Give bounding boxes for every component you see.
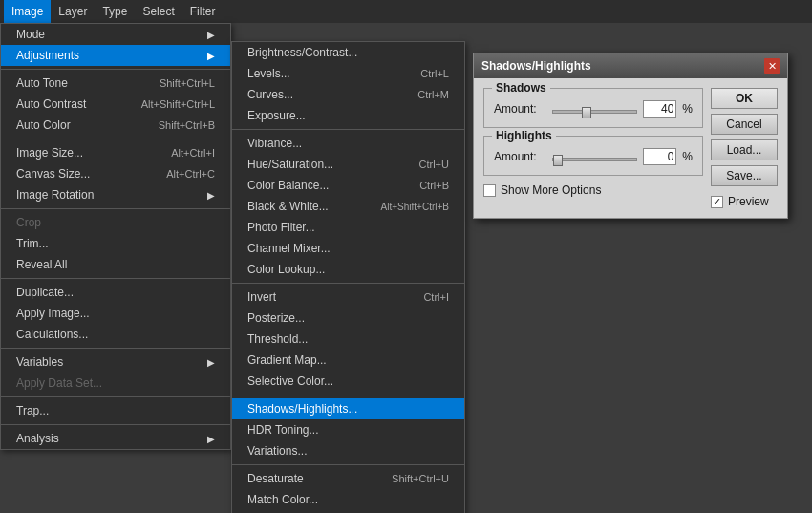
menu-item-apply-data-set: Apply Data Set... (1, 373, 230, 394)
show-more-row: Show More Options (483, 183, 703, 197)
shadows-unit: % (682, 102, 693, 116)
menu-layer[interactable]: Layer (51, 0, 95, 23)
adj-curves[interactable]: Curves... Ctrl+M (232, 84, 464, 105)
shadows-amount-row: Amount: % (494, 100, 693, 118)
shadows-slider-thumb[interactable] (582, 107, 591, 118)
ok-button[interactable]: OK (711, 88, 778, 109)
adj-vibrance[interactable]: Vibrance... (232, 133, 464, 154)
adj-brightness-contrast[interactable]: Brightness/Contrast... (232, 42, 464, 63)
dialog-close-button[interactable]: ✕ (764, 58, 780, 74)
adj-variations[interactable]: Variations... (232, 440, 464, 461)
load-button[interactable]: Load... (711, 139, 778, 160)
menu-select[interactable]: Select (135, 0, 182, 23)
menu-item-duplicate[interactable]: Duplicate... (1, 282, 230, 303)
menu-type[interactable]: Type (95, 0, 135, 23)
preview-row: ✓ Preview (711, 195, 778, 208)
highlights-label: Highlights (492, 129, 556, 142)
highlights-slider-track[interactable] (552, 158, 637, 161)
highlights-amount-row: Amount: % (494, 148, 693, 165)
highlights-slider-thumb[interactable] (553, 155, 563, 166)
dialog-title: Shadows/Highlights (481, 59, 591, 73)
menu-item-auto-tone[interactable]: Auto Tone Shift+Ctrl+L (1, 73, 230, 94)
shadows-amount-input[interactable] (643, 100, 676, 118)
adj-sep-2 (232, 283, 464, 284)
menu-item-trap[interactable]: Trap... (1, 400, 230, 421)
highlights-amount-label: Amount: (494, 150, 546, 163)
adj-posterize[interactable]: Posterize... (232, 308, 464, 329)
menu-item-canvas-size[interactable]: Canvas Size... Alt+Ctrl+C (1, 163, 230, 184)
preview-label: Preview (728, 195, 769, 208)
adj-exposure[interactable]: Exposure... (232, 105, 464, 126)
separator-1 (1, 69, 230, 70)
menubar: Image Layer Type Select Filter (0, 0, 812, 23)
submenu-arrow-rotation: ▶ (207, 190, 215, 201)
preview-checkbox[interactable]: ✓ (711, 196, 723, 208)
adj-sep-4 (232, 464, 464, 465)
show-more-checkbox[interactable] (483, 184, 496, 197)
menu-item-crop: Crop (1, 212, 230, 233)
save-button[interactable]: Save... (711, 165, 778, 186)
highlights-section: Highlights Amount: % (483, 136, 703, 176)
separator-6 (1, 396, 230, 397)
shadows-label: Shadows (492, 81, 550, 95)
adj-threshold[interactable]: Threshold... (232, 329, 464, 350)
adj-hue-saturation[interactable]: Hue/Saturation... Ctrl+U (232, 154, 464, 175)
menu-item-variables[interactable]: Variables ▶ (1, 352, 230, 373)
adj-channel-mixer[interactable]: Channel Mixer... (232, 238, 464, 259)
menu-item-auto-contrast[interactable]: Auto Contrast Alt+Shift+Ctrl+L (1, 94, 230, 115)
separator-7 (1, 424, 230, 425)
separator-3 (1, 208, 230, 209)
submenu-arrow-adjustments: ▶ (207, 51, 215, 61)
menu-filter[interactable]: Filter (182, 0, 224, 23)
shadows-section: Shadows Amount: % (483, 88, 703, 128)
adj-photo-filter[interactable]: Photo Filter... (232, 217, 464, 238)
menu-item-analysis[interactable]: Analysis ▶ (1, 428, 230, 449)
adj-levels[interactable]: Levels... Ctrl+L (232, 63, 464, 84)
menu-item-image-rotation[interactable]: Image Rotation ▶ (1, 184, 230, 205)
menu-item-adjustments[interactable]: Adjustments ▶ (1, 45, 230, 66)
highlights-slider-container (552, 152, 637, 161)
menu-item-trim[interactable]: Trim... (1, 233, 230, 254)
adj-match-color[interactable]: Match Color... (232, 489, 464, 510)
shadows-highlights-dialog: Shadows/Highlights ✕ Shadows Amount: (473, 53, 788, 219)
menu-item-apply-image[interactable]: Apply Image... (1, 303, 230, 324)
separator-2 (1, 139, 230, 139)
adj-sep-1 (232, 129, 464, 130)
adj-invert[interactable]: Invert Ctrl+I (232, 287, 464, 308)
dialog-titlebar: Shadows/Highlights ✕ (474, 53, 787, 78)
image-menu-dropdown: Mode ▶ Adjustments ▶ Auto Tone Shift+Ctr… (0, 23, 231, 450)
adj-shadows-highlights[interactable]: Shadows/Highlights... (232, 398, 464, 419)
separator-4 (1, 278, 230, 279)
shadows-slider-track[interactable] (552, 110, 637, 114)
adjustments-submenu-dropdown: Brightness/Contrast... Levels... Ctrl+L … (231, 41, 465, 513)
adj-hdr-toning[interactable]: HDR Toning... (232, 419, 464, 440)
adj-black-white[interactable]: Black & White... Alt+Shift+Ctrl+B (232, 196, 464, 217)
submenu-arrow-variables: ▶ (207, 357, 215, 368)
highlights-unit: % (682, 150, 693, 163)
submenu-arrow: ▶ (207, 30, 215, 40)
shadows-amount-label: Amount: (494, 102, 546, 116)
adj-desaturate[interactable]: Desaturate Shift+Ctrl+U (232, 468, 464, 489)
cancel-button[interactable]: Cancel (711, 114, 778, 135)
adj-color-lookup[interactable]: Color Lookup... (232, 259, 464, 280)
adj-selective-color[interactable]: Selective Color... (232, 371, 464, 392)
adj-color-balance[interactable]: Color Balance... Ctrl+B (232, 175, 464, 196)
adj-gradient-map[interactable]: Gradient Map... (232, 350, 464, 371)
submenu-arrow-analysis: ▶ (207, 434, 215, 444)
show-more-label: Show More Options (501, 183, 601, 197)
menu-item-mode[interactable]: Mode ▶ (1, 24, 230, 45)
highlights-amount-input[interactable] (643, 148, 676, 165)
menu-image[interactable]: Image (4, 0, 51, 23)
dialog-body: Shadows Amount: % Highlights (474, 78, 787, 218)
shadows-slider-container (552, 104, 637, 114)
separator-5 (1, 348, 230, 349)
menu-item-image-size[interactable]: Image Size... Alt+Ctrl+I (1, 142, 230, 163)
adj-sep-3 (232, 395, 464, 395)
menu-item-reveal-all[interactable]: Reveal All (1, 254, 230, 275)
menu-item-auto-color[interactable]: Auto Color Shift+Ctrl+B (1, 115, 230, 136)
menu-item-calculations[interactable]: Calculations... (1, 324, 230, 345)
